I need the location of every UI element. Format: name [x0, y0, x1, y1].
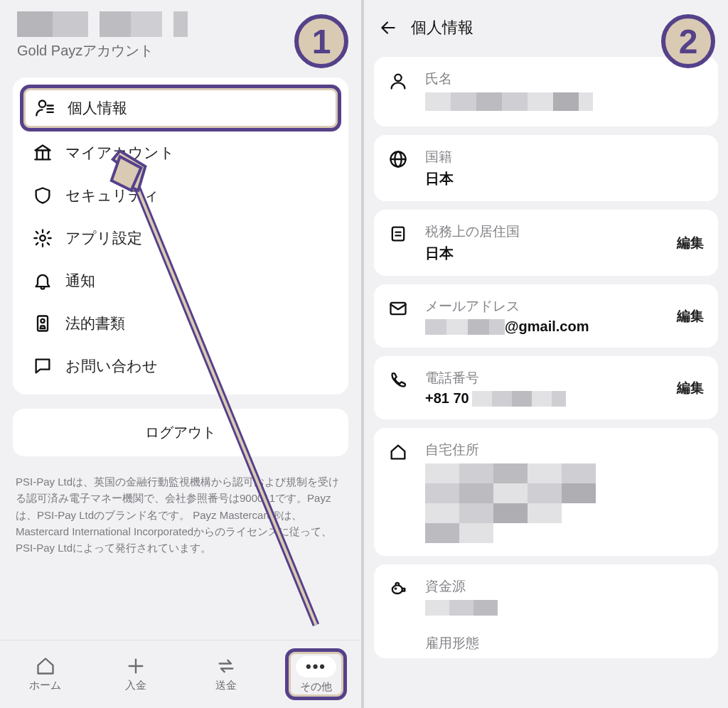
menu-label: アプリ設定 [65, 228, 142, 248]
info-email: メールアドレス @gmail.com 編集 [374, 284, 718, 348]
nav-label: 送金 [215, 679, 237, 692]
menu-personal-info[interactable]: 個人情報 [20, 85, 341, 132]
menu-label: お問い合わせ [65, 356, 158, 376]
nav-home[interactable]: ホーム [29, 656, 61, 692]
menu-label: 通知 [65, 271, 95, 291]
shield-icon [33, 186, 53, 205]
bell-icon [33, 271, 53, 291]
info-value: 日本 [425, 169, 695, 188]
menu-notifications[interactable]: 通知 [20, 259, 341, 302]
info-label: 氏名 [425, 70, 695, 88]
menu-label: 個人情報 [68, 98, 127, 118]
gear-icon [33, 228, 53, 248]
plus-icon [126, 656, 146, 676]
person-icon [388, 71, 408, 91]
home-icon [388, 442, 408, 462]
menu-label: マイアカウント [65, 143, 175, 163]
phone-icon [388, 370, 408, 390]
nav-send[interactable]: 送金 [215, 656, 237, 692]
edit-button[interactable]: 編集 [677, 307, 704, 326]
svg-rect-21 [392, 227, 404, 241]
menu-contact[interactable]: お問い合わせ [20, 345, 341, 387]
nav-label: その他 [300, 680, 332, 694]
nav-label: 入金 [125, 679, 146, 692]
svg-point-0 [39, 101, 46, 107]
bank-icon [33, 143, 53, 163]
info-value: @gmail.com [425, 318, 668, 335]
edit-button[interactable]: 編集 [677, 234, 704, 252]
personal-info-panel: 2 個人情報 氏名 [364, 0, 728, 708]
edit-button[interactable]: 編集 [677, 379, 704, 397]
form-icon [388, 224, 408, 244]
settings-menu: 個人情報 マイアカウント セキュリティ アプリ設定 [13, 77, 348, 395]
person-list-icon [35, 98, 55, 118]
menu-app-settings[interactable]: アプリ設定 [20, 217, 341, 259]
info-name: 氏名 [374, 57, 718, 127]
menu-label: 法的書類 [65, 313, 125, 333]
back-icon[interactable] [378, 18, 398, 37]
info-label: 資金源 [425, 577, 695, 596]
svg-point-8 [40, 235, 45, 240]
email-suffix: @gmail.com [505, 318, 589, 335]
step-badge-1: 1 [294, 14, 348, 68]
info-label: 税務上の居住国 [425, 222, 668, 241]
piggy-icon [388, 579, 408, 599]
info-funds: 資金源 雇用形態 [374, 564, 718, 658]
info-list: 氏名 [364, 45, 728, 658]
info-label: メールアドレス [425, 297, 668, 316]
info-value-redacted [425, 600, 498, 616]
page-title: 個人情報 [411, 17, 473, 38]
info-phone: 電話番号 +81 70 編集 [374, 356, 718, 419]
menu-security[interactable]: セキュリティ [20, 174, 341, 217]
mail-icon [388, 299, 408, 318]
email-redacted [425, 319, 505, 335]
menu-label: セキュリティ [65, 186, 159, 205]
globe-icon [388, 149, 408, 169]
phone-prefix: +81 70 [425, 390, 469, 407]
transfer-icon [216, 656, 236, 676]
info-address: 自宅住所 [374, 428, 718, 556]
info-value-redacted [425, 463, 610, 543]
nav-deposit[interactable]: 入金 [125, 656, 146, 692]
info-nationality: 国籍 日本 [374, 135, 718, 201]
settings-panel: 1 Gold Payzアカウント 個人情報 [0, 0, 364, 708]
info-label: 国籍 [425, 148, 695, 166]
logout-button[interactable]: ログアウト [13, 409, 348, 456]
account-name-redacted [17, 11, 188, 37]
svg-point-25 [395, 588, 396, 589]
menu-my-account[interactable]: マイアカウント [20, 132, 341, 174]
nav-more[interactable]: ••• その他 [285, 648, 347, 700]
phone-redacted [472, 391, 566, 407]
document-icon [33, 313, 53, 333]
svg-point-10 [41, 319, 44, 323]
info-value: +81 70 [425, 390, 668, 407]
svg-point-17 [395, 75, 401, 81]
info-label: 電話番号 [425, 369, 668, 387]
bottom-nav: ホーム 入金 送金 ••• その他 [0, 640, 361, 708]
info-label: 自宅住所 [425, 441, 695, 459]
home-icon [36, 656, 55, 676]
info-value-redacted [425, 92, 593, 111]
nav-label: ホーム [29, 679, 61, 692]
menu-legal-docs[interactable]: 法的書類 [20, 302, 341, 345]
more-icon: ••• [296, 656, 336, 677]
step-badge-2: 2 [661, 14, 715, 68]
info-label-employment: 雇用形態 [425, 634, 695, 653]
info-tax-country: 税務上の居住国 日本 編集 [374, 210, 718, 276]
chat-icon [33, 356, 53, 376]
info-value: 日本 [425, 244, 668, 263]
